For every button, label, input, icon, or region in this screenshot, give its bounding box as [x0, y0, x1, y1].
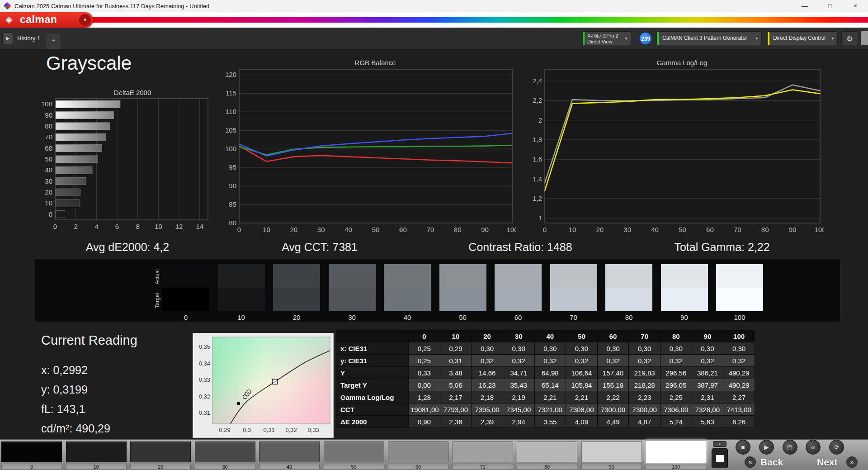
pattern-patch-30[interactable] — [195, 442, 255, 462]
pattern-patch-label[interactable]: 10 — [66, 464, 127, 469]
svg-text:60: 60 — [399, 226, 407, 233]
table-cell: 2,94 — [503, 416, 534, 428]
tab-history-1[interactable]: History 1 — [17, 28, 40, 49]
pattern-bar-expand-button[interactable]: ▲ — [713, 441, 726, 447]
pattern-patch-label[interactable]: 100 — [646, 464, 706, 469]
table-cell: 0,33 — [409, 367, 440, 379]
svg-text:1: 1 — [538, 214, 542, 222]
display-control-dropdown[interactable]: Direct Display Control ▼ — [767, 31, 838, 45]
pattern-patch-label[interactable]: 30 — [195, 464, 255, 469]
pattern-patch-70[interactable] — [453, 442, 513, 462]
measurement-table: 0102030405060708090100x: CIE310,250,290,… — [336, 330, 755, 432]
table-column-header: 10 — [440, 330, 472, 342]
svg-text:8: 8 — [136, 223, 140, 230]
display-status-indicator — [768, 32, 769, 45]
close-button[interactable]: × — [843, 0, 868, 12]
table-cell: 296,05 — [660, 379, 692, 391]
svg-text:2: 2 — [74, 223, 78, 230]
svg-text:1,6: 1,6 — [533, 155, 542, 163]
table-row-label: Gamma Log/Log — [336, 391, 409, 404]
pattern-patch-label[interactable]: 70 — [453, 464, 513, 469]
swatch-target-color — [495, 288, 542, 311]
table-cell: 2,22 — [597, 391, 629, 404]
swatch-target-color — [605, 288, 652, 311]
chevron-down-icon: ▼ — [624, 36, 628, 40]
table-cell: 0,32 — [534, 355, 566, 367]
main-content: Grayscale DeltaE 2000 024681012141009080… — [0, 49, 868, 439]
pattern-patch-50[interactable] — [324, 442, 384, 462]
meter-dropdown[interactable]: X-Rite i1Pro 2 Direct View ▼ — [582, 31, 631, 45]
next-chevron-button[interactable]: » — [846, 456, 858, 468]
svg-text:80: 80 — [45, 122, 52, 130]
table-cell: 105,84 — [566, 379, 598, 391]
table-cell: 35,43 — [503, 379, 534, 391]
grayscale-swatches: Actual Target 0102030405060708090100 — [35, 259, 840, 322]
table-cell: 490,29 — [723, 379, 755, 391]
link-button[interactable]: ∞ — [806, 440, 821, 455]
table-cell: 219,83 — [629, 367, 660, 379]
table-row-label: Target Y — [336, 379, 409, 391]
minimize-button[interactable]: — — [792, 0, 817, 12]
history-panel-toggle[interactable]: ▶ — [2, 33, 13, 44]
pattern-patch-label[interactable]: 60 — [388, 464, 448, 469]
calman-logo-button[interactable]: ◈ calman ▼ — [0, 12, 93, 28]
svg-text:10: 10 — [263, 226, 270, 233]
current-reading-cdm2: cd/m²: 490,29 — [41, 422, 110, 435]
pattern-patch-10[interactable] — [66, 442, 127, 462]
table-column-header: 80 — [660, 330, 692, 342]
back-button[interactable]: Back — [760, 457, 783, 468]
refresh-button[interactable]: ⟳ — [829, 440, 844, 455]
add-layout-tab-button[interactable]: + — [47, 33, 60, 49]
stop-button[interactable]: ■ — [736, 440, 750, 455]
table-cell: 3,48 — [440, 367, 472, 379]
pattern-patch-0[interactable] — [1, 442, 62, 462]
pattern-patch-label[interactable]: 50 — [324, 464, 384, 469]
swatch-target-color — [273, 288, 320, 311]
table-cell: 2,27 — [723, 391, 755, 404]
meter-count-badge[interactable]: 239 — [639, 32, 652, 45]
table-cell: 0,30 — [503, 342, 534, 355]
back-chevron-button[interactable]: « — [745, 456, 756, 468]
table-row-label: x: CIE31 — [336, 342, 409, 355]
pattern-patch-60[interactable] — [388, 442, 448, 462]
pattern-patch-90[interactable] — [581, 442, 642, 462]
swatch-actual-color — [550, 264, 597, 288]
deltae-chart: DeltaE 2000 0246810121410090807060504030… — [38, 89, 214, 234]
pattern-patch-80[interactable] — [517, 442, 577, 462]
pattern-patch-label[interactable]: 0 — [1, 464, 62, 469]
logo-menu-button[interactable]: ▼ — [79, 14, 91, 26]
pattern-generator-dropdown[interactable]: CalMAN Client 3 Pattern Generator ▼ — [656, 31, 762, 45]
swatch-actual-color — [661, 264, 708, 288]
pattern-patch-40[interactable] — [259, 442, 320, 462]
svg-text:0: 0 — [49, 210, 52, 218]
settings-button[interactable]: ⚙ — [841, 31, 858, 45]
pattern-patch-label[interactable]: 80 — [517, 464, 577, 469]
swatch-level-label: 30 — [329, 313, 376, 321]
table-cell: 7300,00 — [629, 404, 660, 416]
pattern-patch-label[interactable]: 40 — [259, 464, 320, 469]
svg-text:0,32: 0,32 — [199, 393, 210, 400]
pattern-window-icon — [716, 455, 724, 462]
report-button[interactable]: ▤ — [783, 440, 797, 455]
pattern-patch-20[interactable] — [130, 442, 191, 462]
current-reading-y: y: 0,3199 — [41, 383, 88, 396]
pattern-patch-label[interactable]: 20 — [130, 464, 191, 469]
table-cell: 296,56 — [660, 367, 692, 379]
pattern-patch-100[interactable] — [646, 440, 706, 463]
pattern-window-button[interactable] — [712, 448, 728, 468]
swatch-target-color — [384, 288, 431, 311]
swatch-level-label: 40 — [384, 313, 431, 321]
toolbar-overflow-button[interactable] — [861, 31, 868, 45]
svg-text:20: 20 — [596, 226, 604, 233]
maximize-button[interactable]: □ — [817, 0, 843, 12]
next-button[interactable]: Next — [817, 457, 838, 468]
table-cell: 19081,00 — [409, 404, 440, 416]
svg-text:10: 10 — [569, 226, 576, 233]
meter-name: X-Rite i1Pro 2 — [587, 33, 618, 39]
table-cell: 2,36 — [440, 416, 472, 428]
play-button[interactable]: ▶ — [759, 440, 774, 455]
svg-text:105: 105 — [225, 126, 236, 134]
svg-text:70: 70 — [734, 226, 741, 233]
pattern-patch-label[interactable]: 90 — [581, 464, 642, 469]
deltae-chart-title: DeltaE 2000 — [54, 89, 211, 97]
